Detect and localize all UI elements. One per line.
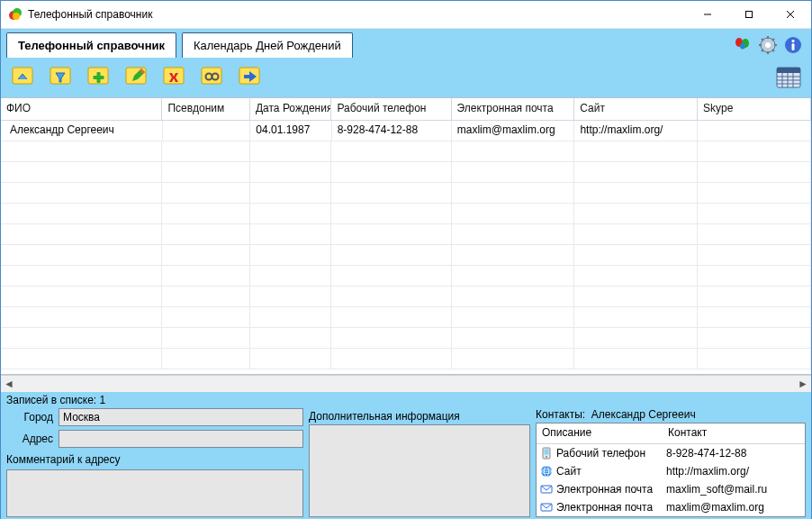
cell-dob: 04.01.1987: [250, 121, 331, 141]
contacts-row[interactable]: Электронная почтаmaxlim@maxlim.org: [537, 498, 805, 516]
balloons-icon[interactable]: [732, 34, 753, 56]
svg-rect-36: [777, 68, 800, 73]
maximize-button[interactable]: [728, 1, 770, 28]
contact-value: 8-928-474-12-88: [663, 444, 805, 462]
tool-edit[interactable]: [120, 61, 154, 92]
app-icon: [8, 7, 23, 22]
records-count: Записей в списке: 1: [6, 394, 105, 406]
cell-fio: Александр Сергееич: [1, 121, 163, 141]
extra-info-textarea[interactable]: [309, 424, 530, 517]
tab-calendar[interactable]: Календарь Дней Рождений: [182, 32, 353, 58]
contact-desc: Рабочий телефон: [556, 447, 645, 460]
cell-skype: [698, 121, 811, 141]
contacts-row[interactable]: Рабочий телефон8-928-474-12-88: [537, 444, 805, 462]
scroll-left-icon[interactable]: ◄: [1, 376, 17, 392]
scroll-right-icon[interactable]: ►: [795, 376, 811, 392]
globe-icon: [540, 465, 553, 478]
about-button[interactable]: [782, 34, 804, 56]
close-button[interactable]: [770, 1, 811, 28]
address-panel: Город Адрес Комментарий к адресу: [6, 408, 303, 517]
details-area: Город Адрес Комментарий к адресу Дополни…: [1, 408, 811, 519]
svg-point-45: [546, 456, 547, 458]
cell-wphone: 8-928-474-12-88: [332, 121, 452, 141]
city-input[interactable]: [59, 408, 303, 426]
contact-value: http://maxlim.org/: [663, 462, 805, 480]
window-title: Телефонный справочник: [28, 8, 152, 21]
svg-rect-4: [746, 12, 753, 18]
svg-rect-29: [164, 68, 184, 84]
contact-value: maxlim@maxlim.org: [663, 498, 805, 516]
status-bar: Записей в списке: 1: [1, 392, 811, 408]
comment-textarea[interactable]: [6, 469, 303, 517]
svg-point-2: [13, 13, 20, 20]
comment-label: Комментарий к адресу: [6, 453, 303, 466]
tab-directory[interactable]: Телефонный справочник: [6, 32, 176, 58]
tool-clear-filter[interactable]: [6, 61, 41, 92]
tool-filter[interactable]: [44, 61, 78, 92]
contact-value: maxlim_soft@mail.ru: [663, 480, 805, 498]
col-header-wphone[interactable]: Рабочий телефон: [331, 98, 451, 120]
svg-rect-44: [545, 450, 549, 455]
cell-pseud: [163, 121, 251, 141]
contacts-col-desc[interactable]: Описание: [537, 423, 663, 443]
contacts-header: Контакты: Александр Сергееич: [536, 408, 806, 421]
svg-line-17: [772, 50, 774, 51]
tool-delete[interactable]: [158, 61, 192, 92]
contacts-row[interactable]: Электронная почтаmaxlim_soft@mail.ru: [537, 480, 805, 498]
svg-point-9: [740, 43, 745, 50]
city-label: Город: [6, 411, 59, 423]
col-header-site[interactable]: Сайт: [574, 98, 698, 120]
col-header-fio[interactable]: ФИО: [1, 98, 162, 120]
grid-body[interactable]: Александр Сергееич 04.01.1987 8-928-474-…: [1, 121, 811, 374]
address-input[interactable]: [59, 430, 303, 448]
address-label: Адрес: [6, 432, 59, 445]
contacts-col-contact[interactable]: Контакт: [663, 423, 805, 443]
col-header-email[interactable]: Электронная почта: [452, 98, 575, 120]
tab-bar: Телефонный справочник Календарь Дней Рож…: [1, 29, 811, 58]
svg-point-21: [791, 40, 794, 42]
svg-rect-22: [792, 43, 795, 50]
svg-line-18: [772, 39, 774, 41]
contact-desc: Сайт: [556, 465, 582, 478]
contact-desc: Электронная почта: [556, 501, 653, 514]
svg-line-16: [762, 39, 763, 41]
svg-point-11: [765, 42, 771, 48]
contacts-row[interactable]: Сайтhttp://maxlim.org/: [537, 462, 805, 480]
contact-desc: Электронная почта: [556, 483, 653, 496]
tool-add[interactable]: [82, 61, 116, 92]
settings-button[interactable]: [757, 34, 779, 56]
extra-info-label: Дополнительная информация: [309, 410, 530, 423]
toolbar: [1, 58, 811, 97]
mail-icon: [540, 501, 553, 514]
app-window: Телефонный справочник Телефонный справоч…: [0, 0, 812, 519]
horizontal-scrollbar[interactable]: ◄ ►: [1, 375, 811, 392]
tool-search[interactable]: [195, 61, 230, 92]
tool-export[interactable]: [233, 61, 267, 92]
grid-header: ФИО Псевдоним Дата Рождения Рабочий теле…: [1, 98, 811, 121]
table-row[interactable]: Александр Сергееич 04.01.1987 8-928-474-…: [1, 121, 811, 141]
phone-icon: [540, 447, 553, 460]
col-header-skype[interactable]: Skype: [698, 98, 811, 120]
svg-line-19: [762, 50, 763, 51]
svg-rect-27: [94, 76, 104, 79]
col-header-dob[interactable]: Дата Рождения: [250, 98, 331, 120]
contacts-panel: Контакты: Александр Сергееич Описание Ко…: [536, 408, 806, 517]
titlebar: Телефонный справочник: [1, 1, 811, 29]
extra-info-panel: Дополнительная информация: [309, 408, 530, 517]
tool-calendar[interactable]: [771, 61, 806, 92]
data-grid[interactable]: ФИО Псевдоним Дата Рождения Рабочий теле…: [1, 97, 811, 375]
cell-email: maxlim@maxlim.org: [452, 121, 575, 141]
mail-icon: [540, 483, 553, 496]
cell-site: http://maxlim.org/: [574, 121, 698, 141]
col-header-pseud[interactable]: Псевдоним: [162, 98, 250, 120]
minimize-button[interactable]: [687, 1, 728, 28]
contacts-table[interactable]: Описание Контакт Рабочий телефон8-928-47…: [536, 423, 806, 517]
